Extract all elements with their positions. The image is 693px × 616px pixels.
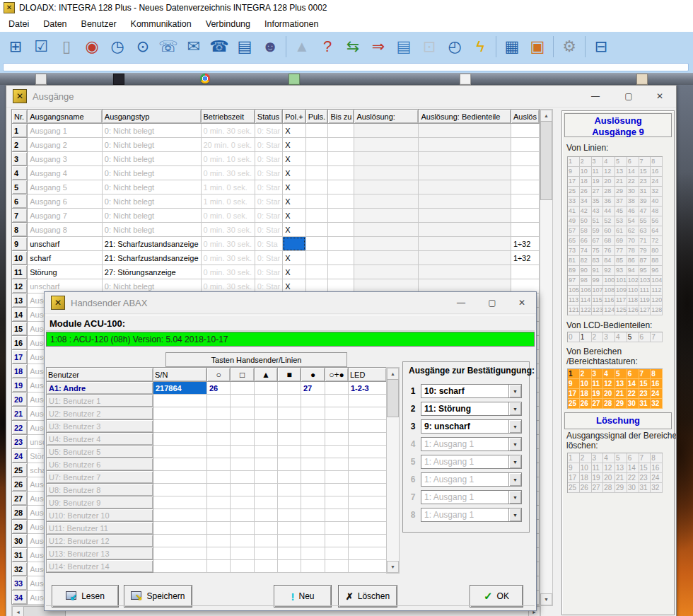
output-cell[interactable]: X [283,138,305,152]
grid-cell-116[interactable]: 116 [603,296,615,306]
grid-cell-17[interactable]: 17 [568,177,580,187]
output-cell[interactable]: 0: Star [255,124,282,138]
led-cell[interactable] [349,535,387,547]
dialog-titlebar[interactable]: ✕ Handsender ABAX — ▢ ✕ [45,292,536,314]
key-cell[interactable] [301,458,325,471]
grid-cell-65[interactable]: 65 [568,236,580,246]
output-cell[interactable]: 0 min. 30 sek. [201,166,255,180]
output-cell[interactable] [419,152,511,166]
output-cell[interactable]: 6 [12,194,28,209]
handsender-row-3[interactable]: U3: Benutzer 3 [47,420,387,433]
grid-cell-97[interactable]: 97 [568,276,580,286]
output-cell[interactable] [419,138,511,152]
document-icon[interactable]: ▤ [391,35,417,59]
output-cell[interactable]: 0 min. 30 sek. [201,237,255,251]
grid-cell-2[interactable]: 2 [580,157,592,167]
grid-cell-1[interactable]: 1 [580,332,592,342]
grid-cell-82[interactable]: 82 [580,256,592,266]
output-row-3[interactable]: 3Ausgang 30: Nicht belegt0 min. 10 sek.0… [12,152,540,166]
key-cell[interactable] [207,395,231,407]
grid-cell-3[interactable]: 3 [603,332,615,342]
output-cell[interactable]: 32 [12,562,28,576]
output-row-9[interactable]: 9unscharf21: Scharfzustandsanzeige0 min.… [12,237,540,251]
outputs-column-header-1[interactable]: Ausgangsname [28,110,103,124]
output-cell[interactable] [305,237,328,251]
handsender-column-header-5[interactable]: ■ [278,368,301,382]
output-row-6[interactable]: 6Ausgang 60: Nicht belegt1 min. 0 sek.0:… [12,194,540,209]
scroll-up-icon[interactable]: ▲ [540,110,552,122]
outputs-column-header-8[interactable]: Auslösung: [354,110,419,124]
grid-cell-59[interactable]: 59 [592,226,604,236]
handsender-row-8[interactable]: U8: Benutzer 8 [47,484,387,496]
output-cell[interactable]: 0: Star [255,209,282,223]
dialog-scroll-thumb[interactable] [387,379,399,417]
output-cell[interactable]: 9 [12,237,28,251]
output-cell[interactable]: 21 [12,407,28,421]
key-cell[interactable] [325,522,349,535]
key-cell[interactable] [231,560,255,573]
handsender-column-header-6[interactable]: ● [301,368,325,382]
grid-cell-1[interactable]: 1 [568,369,580,379]
handsender-row-0[interactable]: A1: Andre21786426271-2-3 [47,382,387,395]
grid-cell-36[interactable]: 36 [603,197,615,207]
outputs-column-header-7[interactable]: Bis zu [328,110,354,124]
key-cell[interactable] [231,547,255,560]
grid-cell-47[interactable]: 47 [639,207,651,216]
combo-arrow-icon[interactable]: ▼ [508,438,521,451]
handsender-row-14[interactable]: U14: Benutzer 14 [47,560,387,573]
output-cell[interactable] [354,237,419,251]
output-cell[interactable]: Ausgang 7 [28,209,103,223]
handsender-row-1[interactable]: U1: Benutzer 1 [47,395,387,407]
output-cell[interactable]: scharf [28,251,103,265]
serial-cell[interactable] [153,547,207,560]
combo-arrow-icon[interactable]: ▼ [508,420,521,433]
grid-cell-83[interactable]: 83 [592,256,604,266]
dialog-scroll-down-icon[interactable]: ▼ [387,561,399,573]
grid-cell-13[interactable]: 13 [615,167,627,177]
user-cell[interactable]: U12: Benutzer 12 [47,535,153,547]
service-notes-icon[interactable]: ▤ [232,35,257,59]
serial-cell[interactable] [153,420,207,433]
output-cell[interactable] [305,265,328,279]
grid-cell-48[interactable]: 48 [651,207,663,216]
grid-cell-21[interactable]: 21 [615,389,627,399]
grid-cell-14[interactable]: 14 [627,379,639,389]
key-cell[interactable] [255,382,278,395]
grid-cell-34[interactable]: 34 [580,197,592,207]
output-cell[interactable] [328,237,354,251]
key-cell[interactable] [278,407,301,420]
grid-cell-71[interactable]: 71 [639,236,651,246]
grid-cell-16[interactable]: 16 [651,167,663,177]
desktop-icon-green[interactable] [289,74,300,85]
output-cell[interactable] [328,124,354,138]
grid-cell-40[interactable]: 40 [651,197,663,207]
output-cell[interactable]: 27 [12,492,28,506]
grid-cell-44[interactable]: 44 [603,207,615,216]
output-cell[interactable]: 20 [12,393,28,407]
output-cell[interactable]: 2 [12,138,28,152]
output-row-1[interactable]: 1Ausgang 10: Nicht belegt0 min. 30 sek.0… [12,124,540,138]
output-cell[interactable] [419,209,511,223]
output-cell[interactable]: 0: Star [255,194,282,209]
key-cell[interactable] [231,535,255,547]
handsender-row-9[interactable]: U9: Benutzer 9 [47,496,387,509]
grid-cell-85[interactable]: 85 [615,256,627,266]
outputs-column-header-4[interactable]: Status [255,110,282,124]
desktop-icon-document[interactable] [460,74,471,85]
structure-icon[interactable]: ⊞ [3,35,28,59]
handsender-column-header-8[interactable]: LED [349,368,387,382]
grid-cell-9[interactable]: 9 [568,167,580,177]
output-cell[interactable] [511,152,539,166]
output-row-4[interactable]: 4Ausgang 40: Nicht belegt0 min. 30 sek.0… [12,166,540,180]
output-cell[interactable]: Ausgang 3 [28,152,103,166]
output-cell[interactable]: 10 [12,251,28,265]
grid-cell-20[interactable]: 20 [603,177,615,187]
output-cell[interactable] [305,223,328,237]
handsender-row-2[interactable]: U2: Benutzer 2 [47,407,387,420]
output-cell[interactable] [419,194,511,209]
monitor-disabled-icon[interactable]: ⊡ [417,35,442,59]
led-cell[interactable] [349,420,387,433]
shapes-window-icon[interactable]: ▣ [525,35,550,59]
output-cell[interactable] [305,251,328,265]
output-cell[interactable]: 0: Nicht belegt [102,152,201,166]
